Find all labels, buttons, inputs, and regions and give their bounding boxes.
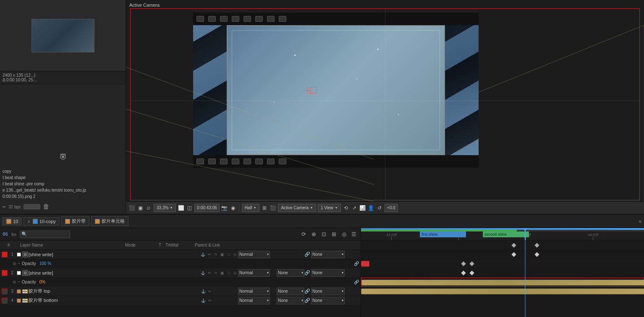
keyframe-1-2[interactable]	[534, 243, 539, 247]
layer-2-vis[interactable]	[2, 270, 8, 276]
layer-4-num: 4	[8, 298, 16, 303]
keyframe-sub-1-2[interactable]	[534, 252, 539, 257]
ctrl-icon-menu[interactable]: ☰	[350, 230, 358, 239]
ctrl-icon-box[interactable]: ⊡	[319, 230, 328, 239]
layer-3-mode[interactable]: Normal	[238, 288, 270, 295]
sw-2-anchor[interactable]: ⚓	[200, 270, 206, 276]
layer-icon[interactable]: ⬛	[270, 205, 276, 211]
sw-pen[interactable]: ✏	[207, 252, 212, 257]
sw-4-pen[interactable]: ✏	[207, 298, 213, 304]
mask-icon[interactable]: ☺	[145, 205, 152, 211]
fit-icon[interactable]: ⬜	[178, 205, 184, 211]
label-bar-first-shine[interactable]: first shine	[420, 231, 466, 237]
file-info: 2400 x 135 (12...) Δ 0:00:10:00, 25...	[0, 71, 126, 84]
layer-4-trkmat[interactable]: None	[277, 297, 304, 304]
layer-3-parent-dropdown[interactable]: None	[311, 288, 345, 295]
tab-10copy[interactable]: × 10-copy	[24, 217, 60, 226]
keyframe-2-1[interactable]	[461, 261, 466, 266]
layer-2-trkmat[interactable]: None	[277, 269, 304, 277]
quality-dropdown[interactable]: Half	[242, 204, 260, 212]
label-bar-second-shine[interactable]: second shine	[483, 231, 529, 237]
layer-1-vis[interactable]	[2, 252, 8, 257]
tab-jiaopiandai[interactable]: 胶片带	[61, 216, 89, 226]
layer-4-mode[interactable]: Normal	[238, 297, 270, 304]
layer-3-name[interactable]: 胶片带 top	[29, 288, 200, 294]
sw-fx[interactable]: fx	[213, 252, 219, 257]
tab-jiaopiandanyuange[interactable]: 胶片单元格	[91, 216, 128, 226]
svg-point-1	[62, 156, 64, 158]
hamburger-icon[interactable]: ≡	[639, 219, 641, 224]
timecode-display[interactable]: 0:00:43:06	[194, 204, 219, 212]
share-icon[interactable]: ⟲	[343, 205, 349, 211]
tab-10[interactable]: 10	[3, 217, 22, 226]
close-icon-10copy[interactable]: ×	[27, 219, 30, 224]
bpc-label: 32 bpc	[8, 205, 21, 209]
keyframe-2-2[interactable]	[469, 261, 474, 266]
sw-box2[interactable]: □	[226, 252, 231, 257]
layer-1-mode[interactable]: Normal	[238, 251, 270, 258]
layer-4-color	[17, 299, 21, 303]
layer-2-parent-dropdown[interactable]: None	[311, 269, 345, 277]
zoom-dropdown[interactable]: 33.3%	[154, 204, 176, 212]
viewer-canvas[interactable]	[126, 0, 644, 201]
grid-icon[interactable]: ⊞	[261, 205, 268, 211]
layer-1-parent-dropdown[interactable]: None	[311, 251, 345, 258]
playhead[interactable]	[525, 228, 526, 240]
keyframe-sub-2-2[interactable]	[469, 270, 474, 275]
layer-2-mode[interactable]: Normal	[238, 269, 270, 277]
trash-icon[interactable]: 🗑	[43, 203, 50, 210]
layer-3-trkmat[interactable]: None	[277, 288, 304, 295]
layer-3-num: 3	[8, 289, 16, 294]
color-icon[interactable]: ◉	[230, 205, 236, 211]
layer-4-name[interactable]: 胶片带 bottom	[29, 297, 200, 304]
person-icon[interactable]: 👤	[368, 205, 374, 211]
sw-anchor[interactable]: ⚓	[200, 252, 206, 257]
ctrl-icon-grid[interactable]: ⊞	[330, 230, 338, 239]
layer-1-name[interactable]: [shine write]	[29, 252, 200, 257]
project-item-2[interactable]: t beat shape	[3, 174, 123, 181]
reset-icon[interactable]: ↺	[376, 205, 383, 211]
views-dropdown[interactable]: 1 View	[318, 204, 341, 212]
project-item-5[interactable]: 0:00:06:15).png 2	[3, 193, 123, 200]
layer-3-vis[interactable]	[2, 288, 8, 294]
timeline-ctrl-icons: ⟳ ⊕ ⊡ ⊞ ◎ ☰	[299, 230, 358, 239]
search-input[interactable]	[20, 231, 70, 238]
sw-2-fx[interactable]: fx	[213, 270, 219, 276]
search-container: 🔍	[20, 231, 70, 238]
ctrl-icon-add[interactable]: ⊕	[309, 230, 318, 239]
project-item-4[interactable]: e 136...gel_beats! seifuku tenshi tooru_…	[3, 187, 123, 193]
keyframe-1-1[interactable]	[511, 243, 516, 247]
track-block-3[interactable]	[361, 280, 644, 286]
header-t-col: T	[159, 243, 165, 247]
layer-2-name[interactable]: [shine write]	[29, 270, 200, 275]
keyframe-sub-2-1[interactable]	[461, 270, 466, 275]
spiral-icon-1: 🔗	[304, 252, 310, 257]
display-icon[interactable]: ▣	[137, 205, 144, 211]
track-block-4[interactable]	[361, 288, 644, 294]
sw-box3[interactable]: ◎	[233, 252, 238, 257]
sw-2-box2[interactable]: □	[226, 270, 231, 276]
layer-4-vis[interactable]	[2, 298, 8, 304]
camera-snap-icon[interactable]: 📷	[221, 205, 228, 211]
chart-icon[interactable]: 📊	[359, 205, 366, 211]
sw-2-pen[interactable]: ✏	[207, 270, 212, 276]
color-correction-value[interactable]: +0.0	[385, 204, 398, 212]
sw-2-box3[interactable]: ◎	[233, 270, 238, 276]
layer-4-parent-dropdown[interactable]: None	[311, 297, 345, 304]
export-icon[interactable]: ↗	[351, 205, 358, 211]
camera-dropdown[interactable]: Active Camera	[278, 204, 316, 212]
timeline-right: 41:03f 42:03f 43:03f 44:03f	[361, 228, 644, 317]
keyframe-sub-1-1[interactable]	[511, 252, 516, 257]
track-block-2-1[interactable]	[361, 261, 369, 267]
project-item-3[interactable]: t beat shine -pre comp	[3, 181, 123, 187]
sw-4-anchor[interactable]: ⚓	[200, 298, 206, 304]
region-icon[interactable]: ◫	[186, 205, 193, 211]
sw-box1[interactable]: ▣	[220, 252, 225, 257]
sw-3-anchor[interactable]: ⚓	[200, 288, 206, 294]
project-item-1[interactable]: copy	[3, 168, 123, 174]
sw-3-pen[interactable]: ✏	[207, 288, 213, 294]
snap-icon[interactable]: ⬛	[128, 205, 135, 211]
sw-2-box1[interactable]: ▣	[220, 270, 225, 276]
ctrl-icon-link[interactable]: ⟳	[299, 230, 308, 239]
ctrl-icon-circle[interactable]: ◎	[340, 230, 348, 239]
